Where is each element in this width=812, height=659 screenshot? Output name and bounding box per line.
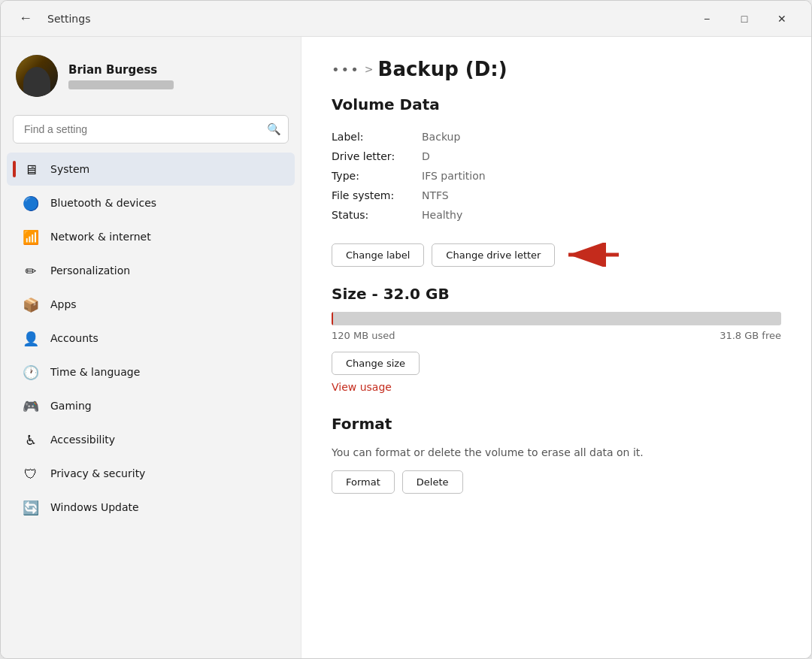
arrow-indicator (562, 243, 623, 267)
red-arrow-icon (562, 243, 623, 267)
size-title: Size - 32.0 GB (332, 285, 781, 303)
table-row: File system: NTFS (332, 186, 781, 205)
avatar-image (16, 55, 58, 97)
sidebar-item-label: Personalization (50, 265, 130, 277)
breadcrumb-separator: > (365, 63, 374, 75)
user-email-blurred (68, 80, 174, 89)
privacy-icon: 🛡 (22, 464, 40, 482)
sidebar-item-label: Accounts (50, 332, 98, 344)
sidebar-item-label: Network & internet (50, 231, 151, 243)
accounts-icon: 👤 (22, 329, 40, 347)
sidebar-item-label: Accessibility (50, 434, 115, 446)
format-button[interactable]: Format (332, 470, 395, 494)
breadcrumb-dots: ••• (332, 62, 360, 77)
avatar (16, 55, 58, 97)
sidebar-item-privacy[interactable]: 🛡 Privacy & security (7, 457, 295, 490)
user-name: Brian Burgess (68, 63, 174, 77)
free-label: 31.8 GB free (720, 330, 781, 341)
sidebar-item-time[interactable]: 🕐 Time & language (7, 355, 295, 388)
sidebar-item-label: System (50, 163, 89, 175)
user-section: Brian Burgess (1, 46, 301, 112)
sidebar-item-label: Windows Update (50, 501, 139, 513)
breadcrumb: ••• > Backup (D:) (332, 58, 781, 80)
gaming-icon: 🎮 (22, 397, 40, 415)
sidebar-item-label: Privacy & security (50, 467, 145, 479)
back-button[interactable]: ← (13, 8, 38, 29)
sidebar-item-network[interactable]: 📶 Network & internet (7, 220, 295, 253)
close-button[interactable]: ✕ (765, 7, 799, 31)
type-label: Type: (332, 170, 422, 182)
user-info: Brian Burgess (68, 63, 174, 89)
label-field-label: Label: (332, 131, 422, 143)
nav-list: 🖥 System 🔵 Bluetooth & devices 📶 Network… (1, 153, 301, 524)
avatar-silhouette (23, 67, 50, 97)
table-row: Label: Backup (332, 127, 781, 147)
titlebar: ← Settings − □ ✕ (1, 1, 811, 37)
sidebar-item-personalization[interactable]: ✏️ Personalization (7, 254, 295, 287)
search-box: 🔍 (13, 115, 289, 144)
active-indicator (13, 161, 16, 177)
bluetooth-icon: 🔵 (22, 194, 40, 212)
system-icon: 🖥 (22, 160, 40, 178)
volume-data-title: Volume Data (332, 95, 781, 113)
format-title: Format (332, 415, 781, 433)
table-row: Status: Healthy (332, 205, 781, 225)
format-buttons-row: Format Delete (332, 470, 781, 494)
status-label: Status: (332, 209, 422, 221)
view-usage-link[interactable]: View usage (332, 381, 392, 393)
label-field-value: Backup (422, 131, 460, 143)
accessibility-icon: ♿ (22, 431, 40, 449)
sidebar-item-label: Gaming (50, 400, 92, 412)
app-title: Settings (47, 13, 680, 25)
network-icon: 📶 (22, 228, 40, 246)
main-content: Brian Burgess 🔍 🖥 System 🔵 Bl (1, 37, 811, 658)
type-value: IFS partition (422, 170, 486, 182)
settings-window: ← Settings − □ ✕ Brian Burgess (0, 0, 812, 659)
drive-letter-value: D (422, 150, 430, 162)
sidebar-item-gaming[interactable]: 🎮 Gaming (7, 389, 295, 422)
apps-icon: 📦 (22, 295, 40, 313)
sidebar-item-accessibility[interactable]: ♿ Accessibility (7, 423, 295, 456)
size-progress-bar (332, 312, 781, 325)
volume-data-table: Label: Backup Drive letter: D Type: IFS … (332, 127, 781, 225)
used-label: 120 MB used (332, 330, 395, 341)
table-row: Type: IFS partition (332, 166, 781, 186)
filesystem-label: File system: (332, 189, 422, 201)
progress-bar-fill (332, 312, 333, 325)
sidebar-item-bluetooth[interactable]: 🔵 Bluetooth & devices (7, 186, 295, 219)
personalization-icon: ✏️ (22, 261, 40, 280)
maximize-button[interactable]: □ (727, 7, 762, 31)
change-label-button[interactable]: Change label (332, 243, 424, 267)
drive-letter-label: Drive letter: (332, 150, 422, 162)
status-value: Healthy (422, 209, 462, 221)
sidebar-item-system[interactable]: 🖥 System (7, 153, 295, 186)
content-area: ••• > Backup (D:) Volume Data Label: Bac… (301, 37, 811, 658)
window-controls: − □ ✕ (689, 7, 799, 31)
size-section: Size - 32.0 GB 120 MB used 31.8 GB free … (332, 285, 781, 394)
sidebar-item-update[interactable]: 🔄 Windows Update (7, 491, 295, 524)
change-drive-letter-button[interactable]: Change drive letter (432, 243, 555, 267)
sidebar-item-label: Apps (50, 298, 77, 310)
breadcrumb-current: Backup (D:) (378, 58, 508, 80)
change-size-button[interactable]: Change size (332, 352, 420, 375)
sidebar: Brian Burgess 🔍 🖥 System 🔵 Bl (1, 37, 301, 658)
delete-button[interactable]: Delete (402, 470, 463, 494)
progress-labels: 120 MB used 31.8 GB free (332, 330, 781, 341)
sidebar-item-apps[interactable]: 📦 Apps (7, 288, 295, 321)
format-section: Format You can format or delete the volu… (332, 415, 781, 494)
table-row: Drive letter: D (332, 147, 781, 166)
search-input[interactable] (13, 115, 289, 144)
sidebar-item-label: Time & language (50, 366, 140, 378)
sidebar-item-accounts[interactable]: 👤 Accounts (7, 322, 295, 355)
time-icon: 🕐 (22, 363, 40, 381)
sidebar-item-label: Bluetooth & devices (50, 197, 156, 209)
format-description: You can format or delete the volume to e… (332, 446, 781, 458)
filesystem-value: NTFS (422, 189, 449, 201)
minimize-button[interactable]: − (689, 7, 724, 31)
volume-buttons-row: Change label Change drive letter (332, 243, 781, 267)
update-icon: 🔄 (22, 498, 40, 516)
